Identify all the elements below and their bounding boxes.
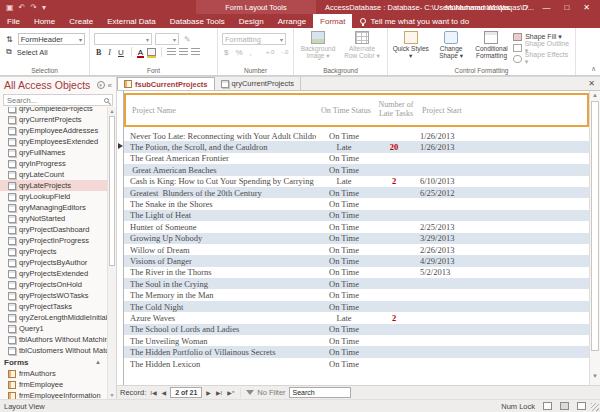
cell-project-name[interactable]: Great American Beaches — [124, 165, 316, 175]
formheader-combobox[interactable]: FormHeader ▾ — [18, 33, 85, 45]
tab-database-tools[interactable]: Database Tools — [163, 14, 232, 28]
table-row[interactable]: Cash is King: How to Cut Your Spending b… — [124, 176, 589, 187]
align-right-button[interactable] — [191, 48, 200, 56]
comma-format-button[interactable]: , — [248, 48, 254, 57]
cell-on-time-status[interactable]: On Time — [316, 302, 372, 312]
currency-format-button[interactable]: $ — [222, 48, 230, 57]
cell-project-name[interactable]: The Great American Frontier — [124, 153, 316, 163]
form-view-icon[interactable] — [543, 402, 552, 410]
tab-external-data[interactable]: External Data — [100, 14, 162, 28]
cell-on-time-status[interactable]: On Time — [316, 324, 372, 334]
table-row[interactable]: The Soul in the CryingOn Time — [124, 278, 589, 289]
tab-format[interactable]: Format — [313, 14, 352, 28]
cell-on-time-status[interactable]: On Time — [316, 347, 372, 357]
scroll-down-icon[interactable]: ▼ — [108, 392, 116, 398]
cell-project-start[interactable]: 4/29/2013 — [416, 256, 496, 266]
nav-item[interactable]: qryProjectsExtended — [0, 268, 107, 279]
cell-project-name[interactable]: The Hidden Portfolio of Villainous Secre… — [124, 347, 316, 357]
record-position-box[interactable]: 2 of 21 — [170, 387, 202, 398]
cell-on-time-status[interactable]: On Time — [316, 279, 372, 289]
shape-effects-button[interactable]: Shape Effects ▾ — [513, 53, 571, 64]
new-record-button[interactable]: ▶* — [226, 389, 235, 396]
nav-item[interactable]: Query1 — [0, 323, 107, 334]
cell-on-time-status[interactable]: On Time — [316, 210, 372, 220]
table-row[interactable]: The Light of HeatOn Time — [124, 210, 589, 221]
table-row[interactable]: The Memory in the ManOn Time — [124, 289, 589, 300]
nav-pane-title[interactable]: All Access Objects — [4, 79, 90, 91]
cell-on-time-status[interactable]: On Time — [316, 165, 372, 175]
table-row[interactable]: Azure WavesLate2 — [124, 312, 589, 323]
nav-item[interactable]: qryInProgress — [0, 158, 107, 169]
cell-on-time-status[interactable]: On Time — [316, 222, 372, 232]
cell-project-start[interactable]: 1/26/2013 — [416, 142, 496, 152]
nav-item[interactable]: qryProjects — [0, 246, 107, 257]
cell-on-time-status[interactable]: On Time — [316, 153, 372, 163]
background-image-button[interactable]: Background Image ▾ — [298, 31, 338, 64]
change-shape-button[interactable]: Change Shape ▾ — [432, 31, 469, 64]
column-header-late-tasks[interactable]: Number of Late Tasks — [374, 101, 418, 119]
cell-project-start[interactable]: 6/10/2013 — [416, 176, 496, 186]
cell-project-name[interactable]: Cash is King: How to Cut Your Spending b… — [124, 176, 316, 186]
cell-project-name[interactable]: The Memory in the Man — [124, 290, 316, 300]
nav-item[interactable]: qryProjectDashboard — [0, 224, 107, 235]
formatting-combobox[interactable]: Formatting ▾ — [222, 33, 286, 45]
tell-me-box[interactable]: Tell me what you want to do — [352, 14, 477, 28]
undo-icon[interactable]: ↶ — [19, 3, 26, 12]
tab-qrycurrentprojects[interactable]: qryCurrentProjects — [215, 77, 302, 90]
nav-item[interactable]: qryEmployeeAddresses — [0, 125, 107, 136]
record-search-input[interactable]: Search — [289, 387, 351, 398]
shutter-bar-close-icon[interactable]: « — [108, 81, 112, 90]
scroll-up-icon[interactable]: ▲ — [590, 92, 600, 98]
decrease-decimals-button[interactable]: -.0 — [279, 49, 290, 55]
nav-item[interactable]: qryLookupField — [0, 191, 107, 202]
cell-project-start[interactable]: 1/26/2013 — [416, 131, 496, 141]
table-row[interactable]: The School of Lords and LadiesOn Time — [124, 324, 589, 335]
font-name-combobox[interactable]: ▾ — [94, 33, 152, 45]
cell-project-name[interactable]: The Snake in the Shores — [124, 199, 316, 209]
cell-on-time-status[interactable]: On Time — [316, 290, 372, 300]
cell-on-time-status[interactable]: Late — [316, 313, 372, 323]
nav-menu-icon[interactable]: ▾ — [97, 81, 105, 89]
font-color-button[interactable]: A — [137, 48, 144, 57]
table-row[interactable]: The Cold NightOn Time — [124, 301, 589, 312]
table-row[interactable]: The Hidden Portfolio of Villainous Secre… — [124, 346, 589, 357]
cell-on-time-status[interactable]: On Time — [316, 245, 372, 255]
cell-project-name[interactable]: Hunter of Someone — [124, 222, 316, 232]
cell-project-name[interactable]: Visions of Danger — [124, 256, 316, 266]
cell-project-start[interactable]: 2/26/2013 — [416, 245, 496, 255]
last-record-button[interactable]: ▶I — [215, 389, 223, 396]
nav-item[interactable]: qryProjectsWOTasks — [0, 290, 107, 301]
nav-item[interactable]: qryManagingEditors — [0, 202, 107, 213]
nav-item[interactable]: qryProjectInProgress — [0, 235, 107, 246]
format-painter-icon[interactable]: ✎ — [182, 35, 193, 44]
nav-search-box[interactable] — [3, 94, 113, 106]
resize-grip[interactable] — [591, 403, 599, 411]
cell-project-name[interactable]: The Cold Night — [124, 302, 316, 312]
nav-item[interactable]: qryProjectsOnHold — [0, 279, 107, 290]
nav-group-forms[interactable]: Forms▲ — [0, 356, 107, 368]
record-selector-strip[interactable] — [117, 91, 124, 385]
design-view-icon[interactable] — [577, 402, 586, 410]
close-button[interactable]: ✕ — [583, 3, 590, 12]
cell-on-time-status[interactable]: Late — [316, 176, 372, 186]
first-record-button[interactable]: I◀ — [149, 389, 157, 396]
search-input[interactable] — [7, 96, 104, 105]
cell-project-name[interactable]: The River in the Thorns — [124, 267, 316, 277]
underline-button[interactable]: U — [116, 48, 126, 57]
tab-fsubcurrentprojects[interactable]: fsubCurrentProjects — [117, 77, 215, 90]
cell-on-time-status[interactable]: On Time — [316, 359, 372, 369]
table-row[interactable]: The Great American FrontierOn Time — [124, 153, 589, 164]
nav-item[interactable]: qryNotStarted — [0, 213, 107, 224]
quick-styles-button[interactable]: Quick Styles ▾ — [392, 31, 429, 64]
table-row[interactable]: Hunter of SomeoneOn Time2/25/2013 — [124, 221, 589, 232]
scroll-down-icon[interactable]: ▼ — [590, 373, 600, 379]
nav-scrollbar-thumb[interactable] — [109, 116, 115, 266]
signed-in-user[interactable]: Muhammad Waqas — [445, 3, 510, 12]
column-header-on-time-status[interactable]: On Time Status — [318, 106, 374, 115]
nav-scrollbar[interactable]: ▲ ▼ — [107, 107, 116, 399]
increase-decimals-button[interactable]: +.0 — [264, 49, 277, 55]
alternate-row-color-button[interactable]: Alternate Row Color ▾ — [342, 31, 382, 64]
form-header-selected[interactable]: Project Name On Time Status Number of La… — [124, 93, 589, 127]
cell-project-name[interactable]: The Hidden Lexicon — [124, 359, 316, 369]
cell-project-start[interactable]: 3/29/2013 — [416, 233, 496, 243]
